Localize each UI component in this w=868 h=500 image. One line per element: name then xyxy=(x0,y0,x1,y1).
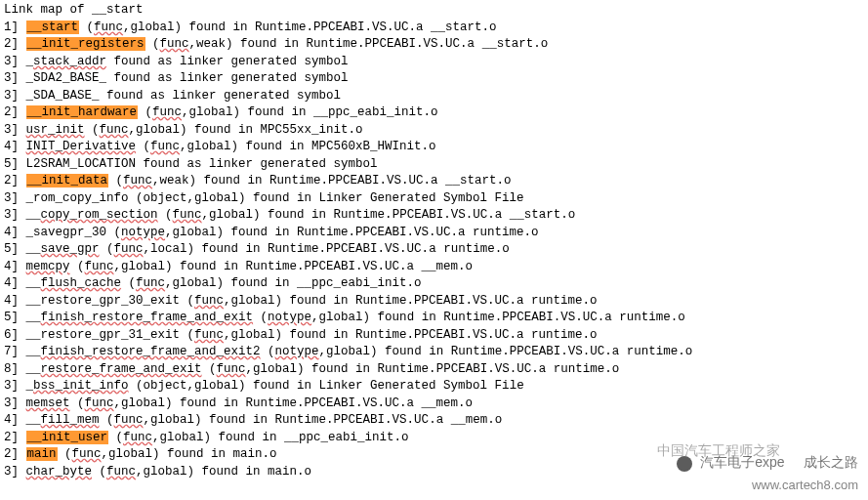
underlined-token: func xyxy=(160,37,189,51)
map-line: 3] _stack_addr found as linker generated… xyxy=(4,54,868,71)
underlined-token: notype xyxy=(268,311,311,324)
map-line: 4] __flush_cache (func,global) found in … xyxy=(4,275,868,293)
underlined-token: finish_restore_frame_and_exit2 xyxy=(41,345,261,358)
underlined-token: bss_init_info xyxy=(33,379,129,393)
underlined-token: flush_cache xyxy=(41,276,122,290)
map-line: 4] _savegpr_30 (notype,global) found in … xyxy=(4,225,868,242)
watermark-url: www.cartech8.com xyxy=(752,477,858,482)
underlined-token: copy_rom_section xyxy=(41,208,158,222)
map-line: 5] __save_gpr (func,local) found in Runt… xyxy=(4,241,868,259)
underlined-token: func xyxy=(114,242,144,256)
map-line: 2] __init_registers (func,weak) found in… xyxy=(4,36,868,54)
underlined-token: func xyxy=(114,413,144,427)
link-map: Link map of __start 1] __start (func,glo… xyxy=(4,2,868,480)
underlined-token: func xyxy=(94,21,123,34)
map-line: 4] memcpy (func,global) found in Runtime… xyxy=(4,259,868,276)
underlined-token: func xyxy=(72,447,102,461)
map-line: 7] __finish_restore_frame_and_exit2 (not… xyxy=(4,344,868,361)
underlined-token: memcpy xyxy=(26,260,70,273)
underlined-token: func xyxy=(217,362,246,376)
title-line: Link map of __start xyxy=(4,2,868,20)
underlined-token: func xyxy=(123,431,152,444)
underlined-token: char_byte xyxy=(26,465,93,479)
underlined-token: func xyxy=(136,276,165,290)
underlined-token: func xyxy=(85,260,114,273)
watermark-text2: 成长之路 xyxy=(804,454,858,470)
map-line: 3] memset (func,global) found in Runtime… xyxy=(4,396,868,413)
underlined-token: save_gpr xyxy=(41,242,100,256)
wechat-icon xyxy=(677,456,692,472)
underlined-token: INIT_Derivative xyxy=(26,140,137,153)
underlined-token: fill_mem xyxy=(41,413,100,427)
map-line: 5] L2SRAM_LOCATION found as linker gener… xyxy=(4,156,868,174)
map-line: 3] usr_init (func,global) found in MPC55… xyxy=(4,122,868,140)
map-line: 3] _SDA_BASE_ found as linker generated … xyxy=(4,88,868,105)
map-line: 4] INIT_Derivative (func,global) found i… xyxy=(4,139,868,156)
map-line: 6] __restore_gpr_31_exit (func,global) f… xyxy=(4,327,868,345)
underlined-token: func xyxy=(194,294,224,308)
underlined-token: func xyxy=(85,396,114,410)
map-line: 8] __restore_frame_and_exit (func,global… xyxy=(4,361,868,379)
map-line: 4] __fill_mem (func,global) found in Run… xyxy=(4,412,868,430)
highlight-symbol: __start xyxy=(26,21,80,34)
underlined-token: stack_addr xyxy=(33,55,106,68)
underlined-token: func xyxy=(194,328,224,342)
underlined-token: func xyxy=(150,140,180,153)
map-line: 3] _bss_init_info (object,global) found … xyxy=(4,378,868,396)
highlight-symbol: __init_user xyxy=(26,431,109,444)
map-line: 3] _SDA2_BASE_ found as linker generated… xyxy=(4,70,868,88)
map-line: 3] _rom_copy_info (object,global) found … xyxy=(4,190,868,208)
underlined-token: memset xyxy=(26,396,70,410)
map-line: 5] __finish_restore_frame_and_exit (noty… xyxy=(4,310,868,327)
highlight-symbol: __init_registers xyxy=(26,37,145,51)
map-line: 3] __copy_rom_section (func,global) foun… xyxy=(4,207,868,225)
map-line: 2] __init_data (func,weak) found in Runt… xyxy=(4,173,868,190)
underlined-token: func xyxy=(123,174,152,188)
underlined-token: usr_init xyxy=(26,123,85,137)
underlined-token: func xyxy=(152,105,182,119)
underlined-token: notype xyxy=(275,345,319,358)
highlight-symbol: __init_data xyxy=(26,174,109,188)
underlined-token: finish_restore_frame_and_exit xyxy=(41,311,254,324)
map-line: 1] __start (func,global) found in Runtim… xyxy=(4,20,868,37)
underlined-token: func xyxy=(173,208,202,222)
watermark: 汽车电子expe 成长之路 xyxy=(677,453,858,473)
map-line: 4] __restore_gpr_30_exit (func,global) f… xyxy=(4,293,868,311)
map-line: 2] __init_hardware (func,global) found i… xyxy=(4,104,868,122)
highlight-symbol: __init_hardware xyxy=(26,105,139,119)
watermark-text1: 汽车电子expe xyxy=(700,454,784,470)
underlined-token: restore_frame_and_exit xyxy=(41,362,202,376)
underlined-token: notype xyxy=(121,226,165,239)
underlined-token: func xyxy=(106,465,136,479)
underlined-token: func xyxy=(100,123,129,137)
highlight-symbol: main xyxy=(26,447,58,461)
